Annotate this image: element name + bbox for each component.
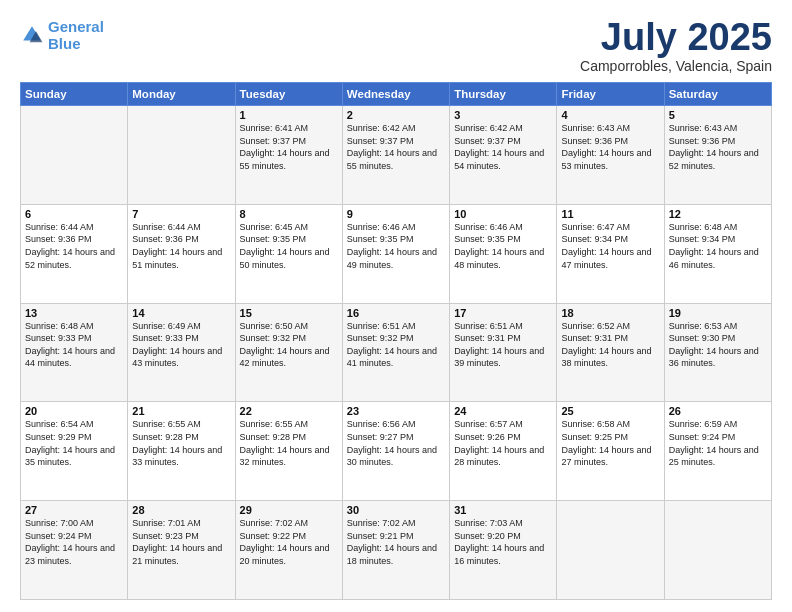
day-info: Sunrise: 6:53 AMSunset: 9:30 PMDaylight:… — [669, 320, 767, 370]
calendar-day-cell: 14 Sunrise: 6:49 AMSunset: 9:33 PMDaylig… — [128, 303, 235, 402]
day-number: 26 — [669, 405, 767, 417]
month-title: July 2025 — [580, 18, 772, 56]
weekday-header: Wednesday — [342, 83, 449, 106]
calendar-day-cell: 6 Sunrise: 6:44 AMSunset: 9:36 PMDayligh… — [21, 204, 128, 303]
calendar-day-cell: 23 Sunrise: 6:56 AMSunset: 9:27 PMDaylig… — [342, 402, 449, 501]
calendar-day-cell: 18 Sunrise: 6:52 AMSunset: 9:31 PMDaylig… — [557, 303, 664, 402]
logo-text: General Blue — [48, 18, 104, 53]
day-info: Sunrise: 7:02 AMSunset: 9:21 PMDaylight:… — [347, 517, 445, 567]
day-number: 20 — [25, 405, 123, 417]
day-number: 24 — [454, 405, 552, 417]
day-info: Sunrise: 6:47 AMSunset: 9:34 PMDaylight:… — [561, 221, 659, 271]
day-number: 15 — [240, 307, 338, 319]
day-info: Sunrise: 6:54 AMSunset: 9:29 PMDaylight:… — [25, 418, 123, 468]
calendar-day-cell: 22 Sunrise: 6:55 AMSunset: 9:28 PMDaylig… — [235, 402, 342, 501]
calendar-week-row: 1 Sunrise: 6:41 AMSunset: 9:37 PMDayligh… — [21, 106, 772, 205]
calendar-week-row: 6 Sunrise: 6:44 AMSunset: 9:36 PMDayligh… — [21, 204, 772, 303]
day-info: Sunrise: 6:58 AMSunset: 9:25 PMDaylight:… — [561, 418, 659, 468]
day-number: 27 — [25, 504, 123, 516]
calendar-day-cell: 5 Sunrise: 6:43 AMSunset: 9:36 PMDayligh… — [664, 106, 771, 205]
day-number: 7 — [132, 208, 230, 220]
calendar-day-cell: 11 Sunrise: 6:47 AMSunset: 9:34 PMDaylig… — [557, 204, 664, 303]
day-number: 14 — [132, 307, 230, 319]
day-number: 11 — [561, 208, 659, 220]
page: General Blue July 2025 Camporrobles, Val… — [0, 0, 792, 612]
calendar-day-cell: 9 Sunrise: 6:46 AMSunset: 9:35 PMDayligh… — [342, 204, 449, 303]
calendar-day-cell: 20 Sunrise: 6:54 AMSunset: 9:29 PMDaylig… — [21, 402, 128, 501]
calendar-day-cell: 3 Sunrise: 6:42 AMSunset: 9:37 PMDayligh… — [450, 106, 557, 205]
day-info: Sunrise: 6:41 AMSunset: 9:37 PMDaylight:… — [240, 122, 338, 172]
calendar-day-cell: 1 Sunrise: 6:41 AMSunset: 9:37 PMDayligh… — [235, 106, 342, 205]
calendar-day-cell: 27 Sunrise: 7:00 AMSunset: 9:24 PMDaylig… — [21, 501, 128, 600]
day-number: 30 — [347, 504, 445, 516]
weekday-header: Friday — [557, 83, 664, 106]
day-info: Sunrise: 6:44 AMSunset: 9:36 PMDaylight:… — [132, 221, 230, 271]
calendar-day-cell: 15 Sunrise: 6:50 AMSunset: 9:32 PMDaylig… — [235, 303, 342, 402]
day-info: Sunrise: 6:50 AMSunset: 9:32 PMDaylight:… — [240, 320, 338, 370]
day-number: 19 — [669, 307, 767, 319]
header: General Blue July 2025 Camporrobles, Val… — [20, 18, 772, 74]
day-info: Sunrise: 6:42 AMSunset: 9:37 PMDaylight:… — [454, 122, 552, 172]
day-number: 3 — [454, 109, 552, 121]
day-info: Sunrise: 6:43 AMSunset: 9:36 PMDaylight:… — [561, 122, 659, 172]
day-number: 29 — [240, 504, 338, 516]
day-number: 8 — [240, 208, 338, 220]
day-info: Sunrise: 6:55 AMSunset: 9:28 PMDaylight:… — [240, 418, 338, 468]
calendar-week-row: 27 Sunrise: 7:00 AMSunset: 9:24 PMDaylig… — [21, 501, 772, 600]
weekday-header: Tuesday — [235, 83, 342, 106]
weekday-header: Sunday — [21, 83, 128, 106]
calendar-day-cell: 21 Sunrise: 6:55 AMSunset: 9:28 PMDaylig… — [128, 402, 235, 501]
weekday-header: Thursday — [450, 83, 557, 106]
day-info: Sunrise: 6:43 AMSunset: 9:36 PMDaylight:… — [669, 122, 767, 172]
weekday-header: Saturday — [664, 83, 771, 106]
day-number: 1 — [240, 109, 338, 121]
calendar-day-cell: 2 Sunrise: 6:42 AMSunset: 9:37 PMDayligh… — [342, 106, 449, 205]
title-block: July 2025 Camporrobles, Valencia, Spain — [580, 18, 772, 74]
calendar-day-cell — [664, 501, 771, 600]
day-info: Sunrise: 6:42 AMSunset: 9:37 PMDaylight:… — [347, 122, 445, 172]
day-number: 23 — [347, 405, 445, 417]
day-number: 21 — [132, 405, 230, 417]
calendar: SundayMondayTuesdayWednesdayThursdayFrid… — [20, 82, 772, 600]
day-number: 18 — [561, 307, 659, 319]
weekday-header-row: SundayMondayTuesdayWednesdayThursdayFrid… — [21, 83, 772, 106]
day-number: 22 — [240, 405, 338, 417]
calendar-day-cell: 28 Sunrise: 7:01 AMSunset: 9:23 PMDaylig… — [128, 501, 235, 600]
day-number: 12 — [669, 208, 767, 220]
day-number: 9 — [347, 208, 445, 220]
calendar-day-cell — [21, 106, 128, 205]
calendar-day-cell — [128, 106, 235, 205]
day-number: 25 — [561, 405, 659, 417]
calendar-day-cell: 7 Sunrise: 6:44 AMSunset: 9:36 PMDayligh… — [128, 204, 235, 303]
day-number: 28 — [132, 504, 230, 516]
day-info: Sunrise: 6:45 AMSunset: 9:35 PMDaylight:… — [240, 221, 338, 271]
logo-icon — [20, 23, 44, 47]
day-info: Sunrise: 6:51 AMSunset: 9:32 PMDaylight:… — [347, 320, 445, 370]
day-info: Sunrise: 6:56 AMSunset: 9:27 PMDaylight:… — [347, 418, 445, 468]
day-number: 4 — [561, 109, 659, 121]
day-info: Sunrise: 6:48 AMSunset: 9:34 PMDaylight:… — [669, 221, 767, 271]
subtitle: Camporrobles, Valencia, Spain — [580, 58, 772, 74]
calendar-day-cell: 31 Sunrise: 7:03 AMSunset: 9:20 PMDaylig… — [450, 501, 557, 600]
calendar-day-cell: 17 Sunrise: 6:51 AMSunset: 9:31 PMDaylig… — [450, 303, 557, 402]
logo: General Blue — [20, 18, 104, 53]
calendar-day-cell: 26 Sunrise: 6:59 AMSunset: 9:24 PMDaylig… — [664, 402, 771, 501]
calendar-day-cell: 10 Sunrise: 6:46 AMSunset: 9:35 PMDaylig… — [450, 204, 557, 303]
day-number: 31 — [454, 504, 552, 516]
weekday-header: Monday — [128, 83, 235, 106]
calendar-day-cell: 4 Sunrise: 6:43 AMSunset: 9:36 PMDayligh… — [557, 106, 664, 205]
calendar-day-cell — [557, 501, 664, 600]
day-info: Sunrise: 7:02 AMSunset: 9:22 PMDaylight:… — [240, 517, 338, 567]
calendar-day-cell: 29 Sunrise: 7:02 AMSunset: 9:22 PMDaylig… — [235, 501, 342, 600]
day-number: 16 — [347, 307, 445, 319]
day-info: Sunrise: 6:48 AMSunset: 9:33 PMDaylight:… — [25, 320, 123, 370]
day-number: 6 — [25, 208, 123, 220]
calendar-week-row: 13 Sunrise: 6:48 AMSunset: 9:33 PMDaylig… — [21, 303, 772, 402]
day-number: 13 — [25, 307, 123, 319]
calendar-week-row: 20 Sunrise: 6:54 AMSunset: 9:29 PMDaylig… — [21, 402, 772, 501]
calendar-day-cell: 30 Sunrise: 7:02 AMSunset: 9:21 PMDaylig… — [342, 501, 449, 600]
calendar-day-cell: 16 Sunrise: 6:51 AMSunset: 9:32 PMDaylig… — [342, 303, 449, 402]
day-info: Sunrise: 6:52 AMSunset: 9:31 PMDaylight:… — [561, 320, 659, 370]
day-number: 10 — [454, 208, 552, 220]
day-number: 5 — [669, 109, 767, 121]
